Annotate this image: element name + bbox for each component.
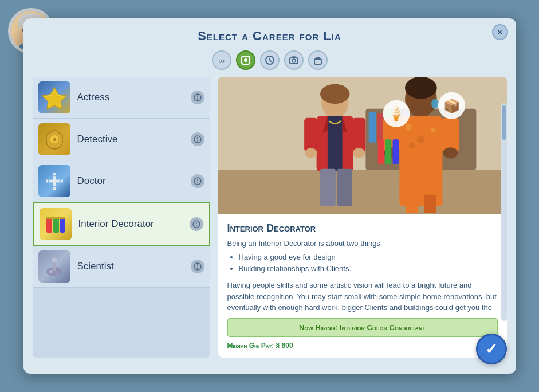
svg-rect-84 xyxy=(424,195,436,213)
confirm-button[interactable]: ✓ xyxy=(476,334,507,364)
svg-point-41 xyxy=(49,270,53,273)
detail-list-item: Having a good eye for design xyxy=(239,252,498,264)
scientist-label: Scientist xyxy=(77,261,191,272)
svg-rect-33 xyxy=(60,217,65,233)
svg-point-8 xyxy=(244,58,247,62)
svg-point-78 xyxy=(443,147,458,158)
detail-content: Interior Decorator Being an Interior Dec… xyxy=(218,214,507,358)
detail-description-intro: Being an Interior Decorator is about two… xyxy=(227,238,498,249)
content-area: Actress ★ Det xyxy=(23,77,516,367)
svg-line-11 xyxy=(270,60,272,62)
filter-active[interactable] xyxy=(236,50,255,70)
svg-rect-48 xyxy=(218,170,507,214)
svg-point-17 xyxy=(194,94,201,101)
filter-bag[interactable] xyxy=(308,50,328,70)
filter-all[interactable]: ∞ xyxy=(212,50,231,70)
scientist-info-icon[interactable] xyxy=(191,260,204,273)
svg-point-68 xyxy=(404,77,436,99)
filter-row: ∞ xyxy=(23,48,516,77)
svg-rect-70 xyxy=(399,116,442,178)
career-list: Actress ★ Det xyxy=(33,77,210,358)
career-item-doctor[interactable]: Doctor xyxy=(33,160,210,202)
actress-info-icon[interactable] xyxy=(191,91,204,104)
svg-point-65 xyxy=(305,148,317,158)
median-pay: Median Gig Pay: § 600 xyxy=(227,342,498,350)
detective-label: Detective xyxy=(77,134,191,145)
svg-rect-79 xyxy=(377,139,384,164)
detail-career-title: Interior Decorator xyxy=(227,222,498,234)
svg-point-56 xyxy=(320,84,349,104)
svg-rect-62 xyxy=(336,169,352,206)
interior-label: Interior Decorator xyxy=(78,218,190,230)
svg-rect-76 xyxy=(442,118,459,152)
svg-rect-50 xyxy=(368,112,376,143)
career-item-scientist[interactable]: Scientist xyxy=(33,246,210,288)
svg-point-43 xyxy=(194,263,201,270)
hiring-banner: Now Hiring: Interior Color Consultant xyxy=(227,318,498,337)
career-select-dialog: Select a Career for Lia × ∞ xyxy=(23,18,516,374)
checkmark-icon: ✓ xyxy=(485,340,498,358)
svg-text:📦: 📦 xyxy=(443,98,460,114)
detective-info-icon[interactable] xyxy=(191,132,204,146)
svg-rect-63 xyxy=(304,118,318,152)
career-item-actress[interactable]: Actress xyxy=(33,77,210,119)
detail-list-item: Building relationships with Clients. xyxy=(239,263,498,275)
svg-point-22 xyxy=(194,136,201,143)
career-item-detective[interactable]: ★ Detective xyxy=(33,119,210,160)
svg-rect-51 xyxy=(377,113,383,142)
svg-rect-61 xyxy=(320,169,336,206)
svg-point-73 xyxy=(431,128,436,133)
svg-point-42 xyxy=(56,273,58,275)
svg-point-66 xyxy=(352,148,364,158)
svg-point-72 xyxy=(417,136,424,143)
scrollbar-track[interactable] xyxy=(501,103,507,321)
svg-rect-31 xyxy=(46,217,52,233)
svg-point-69 xyxy=(431,99,439,109)
svg-rect-64 xyxy=(352,118,365,152)
scientist-icon xyxy=(38,250,70,283)
doctor-label: Doctor xyxy=(77,175,191,187)
close-button[interactable]: × xyxy=(492,24,508,40)
svg-point-40 xyxy=(52,258,57,262)
filter-clock[interactable] xyxy=(260,50,280,70)
svg-rect-14 xyxy=(314,59,321,64)
scrollbar-thumb[interactable] xyxy=(502,105,506,140)
interior-icon xyxy=(40,208,72,240)
svg-point-35 xyxy=(193,221,200,228)
filter-camera[interactable] xyxy=(284,50,304,70)
svg-point-13 xyxy=(292,59,296,62)
svg-rect-58 xyxy=(327,116,342,172)
doctor-icon xyxy=(38,165,70,197)
career-item-interior[interactable]: Interior Decorator xyxy=(33,202,210,246)
dialog-header: Select a Career for Lia × xyxy=(23,18,516,48)
detail-description-body: Having people skills and some artistic v… xyxy=(227,280,498,313)
svg-point-74 xyxy=(408,143,415,149)
svg-text:★: ★ xyxy=(52,136,57,143)
detective-icon: ★ xyxy=(38,123,70,155)
detail-panel: 🍦 📦 Interior Decorator Being an Interior… xyxy=(218,77,507,358)
actress-icon xyxy=(38,81,70,113)
svg-rect-81 xyxy=(392,139,399,164)
career-image: 🍦 📦 xyxy=(218,77,507,214)
dialog-title: Select a Career for Lia xyxy=(198,29,341,43)
svg-rect-83 xyxy=(406,195,418,213)
svg-rect-32 xyxy=(53,217,59,233)
doctor-info-icon[interactable] xyxy=(191,174,204,188)
svg-rect-34 xyxy=(46,217,65,219)
svg-point-28 xyxy=(194,178,201,185)
svg-text:🍦: 🍦 xyxy=(388,105,405,121)
svg-point-71 xyxy=(406,124,412,130)
interior-info-icon[interactable] xyxy=(190,217,203,231)
actress-label: Actress xyxy=(77,92,191,103)
detail-list: Having a good eye for design Building re… xyxy=(239,252,498,276)
svg-rect-80 xyxy=(385,139,391,164)
